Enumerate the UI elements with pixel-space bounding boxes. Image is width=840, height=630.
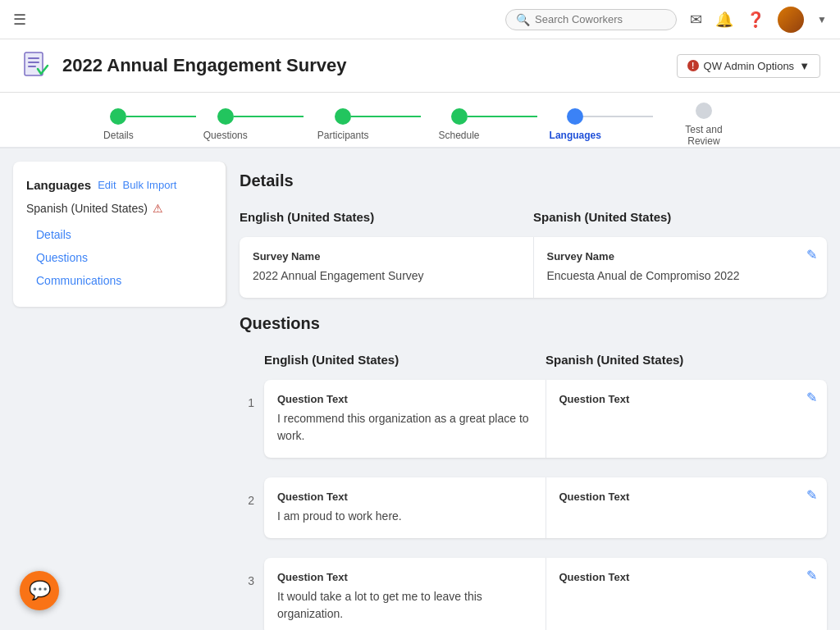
- user-menu-chevron[interactable]: ▼: [817, 14, 827, 25]
- questions-section-title: Questions: [240, 308, 827, 333]
- question-number-2: 2: [240, 477, 264, 507]
- search-input[interactable]: [535, 13, 666, 25]
- question-row-2: 2 Question Text I am proud to work here.…: [240, 477, 827, 548]
- step-details[interactable]: Details: [103, 108, 203, 141]
- step-languages[interactable]: Languages: [550, 108, 671, 141]
- q1-es-label: Question Text: [559, 393, 815, 405]
- question-number-1: 1: [240, 380, 264, 409]
- sidebar-nav: Details Questions Communications: [26, 225, 212, 290]
- step-details-label: Details: [103, 130, 134, 141]
- admin-options-label: QW Admin Options: [704, 60, 795, 72]
- q2-es-cell: Question Text ✎: [546, 477, 828, 538]
- admin-options-button[interactable]: ! QW Admin Options ▼: [677, 54, 820, 78]
- step-participants-label: Participants: [317, 130, 369, 141]
- q1-es-edit-icon[interactable]: ✎: [806, 390, 817, 405]
- q3-es-cell: Question Text ✎: [546, 558, 828, 630]
- details-translation-card: Survey Name 2022 Annual Engagement Surve…: [240, 237, 827, 298]
- help-icon[interactable]: ❓: [746, 11, 765, 29]
- bell-icon[interactable]: 🔔: [715, 11, 733, 29]
- svg-rect-3: [28, 66, 36, 67]
- details-en-cell: Survey Name 2022 Annual Engagement Surve…: [240, 237, 534, 298]
- details-en-label: Survey Name: [253, 250, 520, 262]
- q1-en-label: Question Text: [277, 393, 532, 405]
- q1-en-value: I recommend this organization as a great…: [277, 410, 532, 445]
- question-card-1: Question Text I recommend this organizat…: [264, 380, 827, 458]
- q2-en-value: I am proud to work here.: [277, 508, 532, 525]
- top-navigation: ☰ 🔍 ✉ 🔔 ❓ ▼: [0, 0, 840, 39]
- content-area: Details English (United States) Spanish …: [226, 148, 840, 630]
- q2-en-cell: Question Text I am proud to work here.: [264, 477, 546, 538]
- q3-en-value: It would take a lot to get me to leave t…: [277, 588, 532, 623]
- sidebar-bulk-import-link[interactable]: Bulk Import: [123, 179, 177, 191]
- details-es-label: Survey Name: [547, 250, 815, 262]
- language-warning-icon: ⚠: [153, 202, 163, 215]
- step-test-review[interactable]: Test and Review: [671, 103, 737, 147]
- q2-es-label: Question Text: [559, 491, 815, 503]
- details-lang-columns: English (United States) Spanish (United …: [240, 203, 827, 231]
- q3-es-label: Question Text: [559, 571, 815, 583]
- details-es-cell: Survey Name Encuesta Anual de Compromiso…: [534, 237, 828, 298]
- sidebar-nav-details[interactable]: Details: [30, 225, 212, 244]
- question-number-3: 3: [240, 558, 264, 587]
- questions-lang-columns: English (United States) Spanish (United …: [240, 346, 827, 373]
- warning-dot: !: [687, 60, 699, 71]
- questions-col2-header: Spanish (United States): [546, 346, 827, 373]
- details-col2-header: Spanish (United States): [533, 203, 827, 231]
- q3-es-edit-icon[interactable]: ✎: [806, 568, 817, 583]
- sidebar: Languages Edit Bulk Import Spanish (Unit…: [13, 162, 226, 307]
- step-participants[interactable]: Participants: [317, 108, 439, 141]
- search-box[interactable]: 🔍: [505, 9, 677, 30]
- details-en-value: 2022 Annual Engagement Survey: [253, 267, 520, 285]
- q2-es-edit-icon[interactable]: ✎: [806, 487, 817, 503]
- q1-es-cell: Question Text ✎: [546, 380, 828, 458]
- sidebar-nav-questions[interactable]: Questions: [30, 248, 212, 267]
- step-questions-label: Questions: [203, 130, 248, 141]
- question-card-3: Question Text It would take a lot to get…: [264, 558, 827, 630]
- main-layout: Languages Edit Bulk Import Spanish (Unit…: [0, 148, 840, 630]
- sidebar-edit-link[interactable]: Edit: [98, 179, 116, 191]
- language-item: Spanish (United States) ⚠: [26, 202, 212, 215]
- question-card-2: Question Text I am proud to work here. Q…: [264, 477, 827, 538]
- svg-rect-1: [28, 57, 39, 59]
- sidebar-nav-communications[interactable]: Communications: [30, 271, 212, 290]
- details-section-title: Details: [240, 165, 827, 190]
- sidebar-title: Languages: [26, 178, 91, 192]
- language-name: Spanish (United States): [26, 202, 148, 215]
- question-row-1: 1 Question Text I recommend this organiz…: [240, 380, 827, 468]
- q3-en-cell: Question Text It would take a lot to get…: [264, 558, 546, 630]
- page-header: 2022 Annual Engagement Survey ! QW Admin…: [0, 39, 840, 93]
- details-es-edit-icon[interactable]: ✎: [806, 247, 817, 262]
- step-schedule[interactable]: Schedule: [439, 108, 550, 141]
- chat-icon: 💬: [29, 580, 51, 601]
- avatar[interactable]: [778, 7, 804, 33]
- details-col1-header: English (United States): [240, 203, 533, 231]
- svg-rect-2: [28, 62, 39, 63]
- search-icon: 🔍: [516, 13, 530, 26]
- survey-icon: [20, 49, 52, 82]
- mail-icon[interactable]: ✉: [690, 11, 702, 29]
- menu-icon[interactable]: ☰: [13, 11, 26, 29]
- q1-en-cell: Question Text I recommend this organizat…: [264, 380, 546, 458]
- chat-button[interactable]: 💬: [20, 571, 59, 610]
- details-es-value: Encuesta Anual de Compromiso 2022: [547, 267, 815, 285]
- question-row-3: 3 Question Text It would take a lot to g…: [240, 558, 827, 630]
- step-schedule-label: Schedule: [439, 130, 480, 141]
- q2-en-label: Question Text: [277, 491, 532, 503]
- step-languages-label: Languages: [550, 130, 601, 141]
- step-test-review-label: Test and Review: [671, 124, 737, 147]
- questions-col1-header: English (United States): [264, 346, 546, 373]
- page-title: 2022 Annual Engagement Survey: [62, 55, 346, 76]
- q3-en-label: Question Text: [277, 571, 532, 583]
- step-questions[interactable]: Questions: [203, 108, 317, 141]
- stepper-nav: Details Questions Participants Schedul: [0, 93, 840, 148]
- admin-options-chevron: ▼: [799, 60, 810, 72]
